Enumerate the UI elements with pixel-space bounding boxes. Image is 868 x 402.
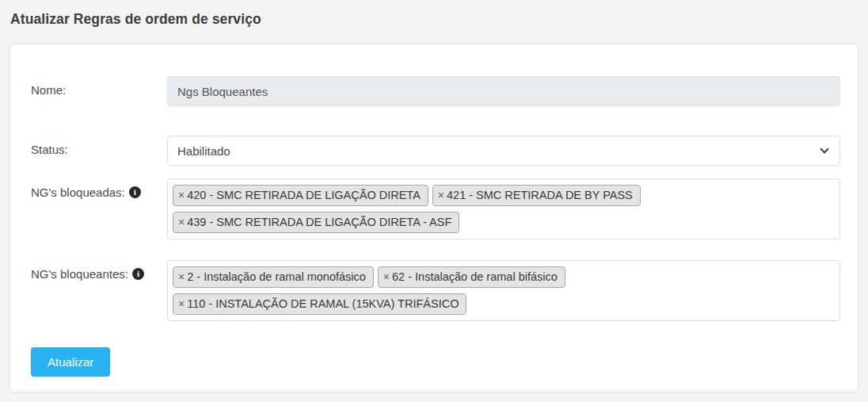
tag: × 439 - SMC RETIRADA DE LIGAÇÃO DIRETA -…: [173, 212, 459, 233]
ngs-bloqueantes-label: NG's bloqueantes: i: [31, 260, 167, 281]
tag-label: 420 - SMC RETIRADA DE LIGAÇÃO DIRETA: [187, 187, 421, 203]
tag: × 110 - INSTALAÇÃO DE RAMAL (15KVA) TRIF…: [173, 293, 466, 315]
ngs-bloqueantes-label-text: NG's bloqueantes:: [31, 267, 128, 281]
tag-label: 62 - Instalação de ramal bifásico: [392, 269, 558, 285]
field-row-nome: Nome:: [31, 76, 840, 106]
info-icon[interactable]: i: [129, 186, 141, 198]
tag-remove-icon[interactable]: ×: [178, 296, 185, 312]
ngs-bloqueadas-multiselect[interactable]: × 420 - SMC RETIRADA DE LIGAÇÃO DIRETA ×…: [167, 178, 840, 239]
ngs-bloqueantes-multiselect[interactable]: × 2 - Instalação de ramal monofásico × 6…: [167, 260, 840, 321]
nome-label-text: Nome:: [31, 83, 66, 97]
tag-remove-icon[interactable]: ×: [178, 187, 185, 203]
tag: × 420 - SMC RETIRADA DE LIGAÇÃO DIRETA: [173, 185, 428, 206]
tag-remove-icon[interactable]: ×: [178, 269, 185, 285]
tag-label: 110 - INSTALAÇÃO DE RAMAL (15KVA) TRIFÁS…: [187, 296, 459, 312]
tag-remove-icon[interactable]: ×: [178, 214, 185, 230]
field-row-status: Status: Habilitado: [31, 136, 840, 166]
tag-label: 421 - SMC RETIRADA DE BY PASS: [447, 187, 633, 203]
ngs-bloqueadas-label-text: NG's bloqueadas:: [31, 186, 125, 199]
tag: × 421 - SMC RETIRADA DE BY PASS: [432, 185, 641, 206]
form-card: Nome: Status: Habilitado NG's bloqueadas…: [10, 44, 858, 392]
status-label-text: Status:: [31, 143, 68, 156]
status-select[interactable]: Habilitado: [167, 136, 840, 166]
status-label: Status:: [31, 136, 167, 156]
info-icon[interactable]: i: [132, 268, 144, 280]
ngs-bloqueadas-label: NG's bloqueadas: i: [31, 178, 167, 199]
field-row-ngs-bloqueantes: NG's bloqueantes: i × 2 - Instalação de …: [31, 260, 840, 321]
tag-label: 439 - SMC RETIRADA DE LIGAÇÃO DIRETA - A…: [187, 214, 451, 230]
page-title: Atualizar Regras de ordem de serviço: [0, 0, 868, 28]
nome-label: Nome:: [31, 76, 167, 97]
tag-label: 2 - Instalação de ramal monofásico: [187, 269, 366, 285]
tag: × 62 - Instalação de ramal bifásico: [378, 266, 565, 288]
tag-remove-icon[interactable]: ×: [383, 269, 390, 285]
tag-remove-icon[interactable]: ×: [438, 187, 444, 203]
nome-input[interactable]: [167, 76, 840, 106]
tag: × 2 - Instalação de ramal monofásico: [173, 266, 374, 288]
atualizar-button[interactable]: Atualizar: [31, 347, 110, 377]
field-row-ngs-bloqueadas: NG's bloqueadas: i × 420 - SMC RETIRADA …: [31, 178, 840, 239]
status-selected-value: Habilitado: [177, 144, 230, 158]
